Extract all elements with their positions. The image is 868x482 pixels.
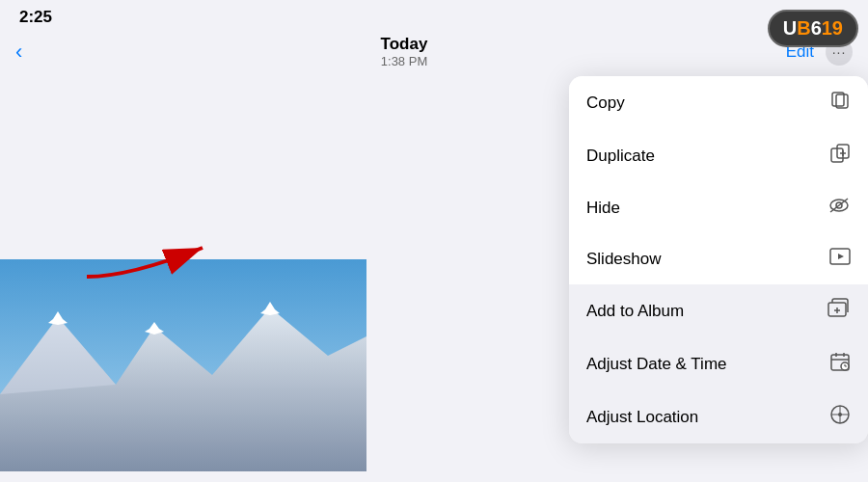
menu-item-adjust-location[interactable]: Adjust Location [569, 390, 868, 443]
menu-item-copy-label: Copy [586, 94, 625, 113]
back-button[interactable]: ‹ [15, 40, 22, 65]
copy-icon [829, 90, 851, 116]
menu-item-slideshow[interactable]: Slideshow [569, 233, 868, 284]
watermark-b: B [797, 17, 810, 40]
menu-item-add-to-album[interactable]: Add to Album [569, 284, 868, 337]
svg-marker-17 [838, 254, 844, 259]
adjust-location-icon [829, 404, 851, 430]
menu-item-duplicate-label: Duplicate [586, 147, 655, 166]
nav-subtitle: 1:38 PM [381, 54, 428, 68]
menu-item-adjust-location-label: Adjust Location [586, 408, 698, 427]
menu-item-duplicate[interactable]: Duplicate [569, 129, 868, 182]
watermark-19: 19 [822, 17, 843, 40]
duplicate-icon [829, 143, 851, 169]
menu-item-hide-label: Hide [586, 199, 620, 218]
adjust-date-icon [829, 351, 851, 377]
nav-title: Today [381, 35, 428, 54]
menu-item-adjust-date-label: Adjust Date & Time [586, 355, 727, 374]
status-time: 2:25 [19, 8, 52, 27]
add-to-album-icon [827, 298, 851, 324]
menu-item-adjust-date[interactable]: Adjust Date & Time [569, 337, 868, 390]
annotation-arrow [77, 228, 212, 290]
photo-thumbnail [0, 259, 366, 471]
menu-item-add-to-album-label: Add to Album [586, 302, 684, 321]
watermark-6: 6 [811, 17, 822, 40]
slideshow-icon [829, 247, 851, 271]
main-content: Copy Duplicate Hide [0, 76, 868, 471]
menu-item-copy[interactable]: Copy [569, 76, 868, 129]
menu-item-slideshow-label: Slideshow [586, 250, 662, 269]
svg-point-31 [838, 413, 842, 416]
hide-icon [827, 196, 851, 220]
context-menu: Copy Duplicate Hide [569, 76, 868, 443]
nav-center: Today 1:38 PM [381, 35, 428, 68]
watermark-logo: U B 6 19 [768, 10, 858, 47]
menu-item-hide[interactable]: Hide [569, 182, 868, 233]
status-bar: 2:25 [0, 0, 868, 31]
nav-bar: ‹ Today 1:38 PM Edit ··· [0, 31, 868, 76]
watermark-text: U [783, 17, 797, 40]
